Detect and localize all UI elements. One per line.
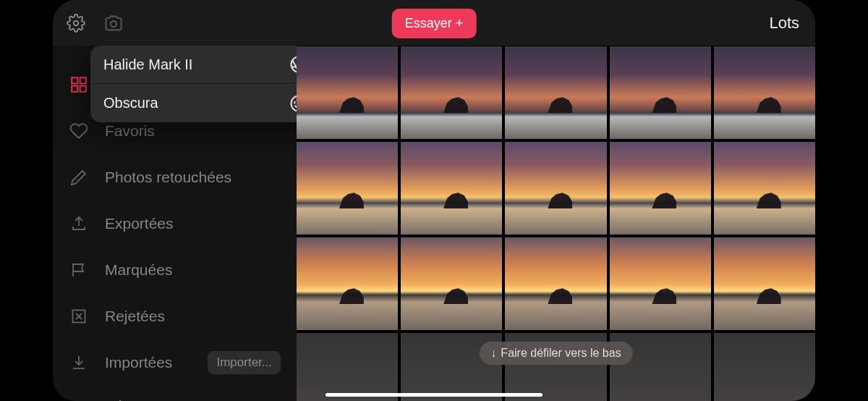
svg-point-7: [292, 57, 297, 72]
svg-rect-5: [80, 86, 86, 92]
photo-thumbnail[interactable]: [505, 237, 606, 330]
photo-thumbnail[interactable]: [297, 142, 398, 235]
photo-thumbnail[interactable]: [401, 142, 502, 235]
camera-iris-icon: [289, 93, 297, 114]
sidebar-item-label: Favoris: [105, 122, 281, 140]
photo-thumbnail[interactable]: [610, 46, 711, 139]
aperture-icon: [289, 54, 297, 75]
sidebar-item-edited[interactable]: Photos retouchées: [53, 154, 297, 200]
svg-point-9: [294, 99, 297, 108]
flag-icon: [69, 260, 89, 280]
photo-thumbnail[interactable]: [505, 46, 606, 139]
sidebar-item-rejected[interactable]: Rejetées: [53, 293, 297, 339]
gear-icon[interactable]: [66, 13, 86, 33]
upload-icon: [69, 214, 89, 234]
sidebar-section-media-types[interactable]: Types de support: [53, 397, 297, 401]
scroll-hint-label: Faire défiler vers le bas: [501, 347, 621, 360]
scroll-hint-pill[interactable]: ↓ Faire défiler vers le bas: [479, 342, 632, 365]
sidebar-item-label: Photos retouchées: [105, 169, 281, 186]
x-box-icon: [69, 306, 89, 326]
photo-thumbnail[interactable]: [297, 237, 398, 330]
sidebar-item-exported[interactable]: Exportées: [53, 200, 297, 247]
sidebar-item-imported[interactable]: Importées Importer...: [53, 339, 297, 386]
svg-point-1: [111, 21, 116, 27]
download-icon: [69, 353, 89, 373]
popover-item-label: Obscura: [103, 95, 289, 111]
camera-icon[interactable]: [103, 13, 124, 33]
photo-thumbnail[interactable]: [505, 142, 606, 235]
trial-button[interactable]: Essayer +: [392, 9, 477, 38]
sidebar-item-label: Rejetées: [105, 308, 281, 325]
lots-button[interactable]: Lots: [769, 14, 799, 33]
photo-thumbnail[interactable]: [714, 237, 815, 330]
sidebar: Toutes les photos Favoris Photos retouch…: [53, 46, 297, 401]
popover-item-label: Halide Mark II: [103, 56, 289, 73]
photo-thumbnail[interactable]: [714, 46, 815, 139]
svg-rect-3: [80, 77, 86, 83]
photo-thumbnail[interactable]: [297, 46, 398, 139]
grid-icon: [69, 75, 89, 95]
camera-app-popover: Halide Mark II Obscura: [90, 46, 297, 122]
photo-thumbnail[interactable]: [714, 142, 815, 235]
sidebar-item-label: Exportées: [105, 215, 281, 232]
import-button[interactable]: Importer...: [208, 351, 281, 374]
photo-thumbnail[interactable]: [401, 46, 502, 139]
svg-rect-4: [72, 86, 77, 92]
photo-thumbnail[interactable]: [714, 333, 815, 401]
sidebar-item-label: Marquées: [105, 261, 281, 279]
heart-icon: [69, 121, 89, 141]
arrow-down-icon: ↓: [490, 347, 496, 360]
pencil-icon: [69, 167, 89, 187]
svg-rect-2: [72, 77, 77, 83]
photo-thumbnail[interactable]: [610, 237, 711, 330]
photo-thumbnail[interactable]: [297, 333, 398, 401]
photo-thumbnail[interactable]: [401, 237, 502, 330]
popover-item-obscura[interactable]: Obscura: [90, 84, 297, 122]
svg-point-0: [74, 20, 79, 25]
home-indicator[interactable]: [326, 393, 542, 397]
photo-thumbnail[interactable]: [610, 142, 711, 235]
sidebar-item-label: Importées: [105, 354, 192, 371]
popover-item-halide[interactable]: Halide Mark II: [90, 46, 297, 84]
sidebar-item-flagged[interactable]: Marquées: [53, 247, 297, 293]
